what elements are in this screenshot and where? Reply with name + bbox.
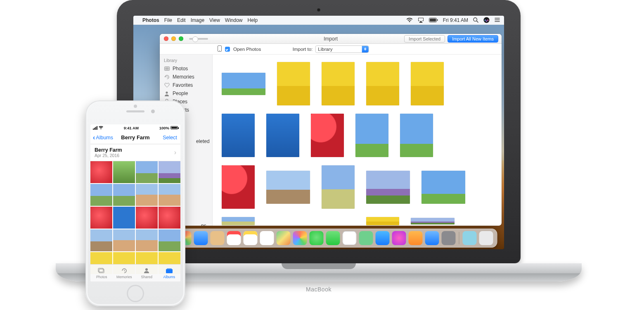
photos-icon [164,66,170,72]
photo-thumbnail[interactable] [322,165,355,209]
dock-pages-icon[interactable] [343,231,357,245]
siri-icon[interactable] [483,17,490,23]
fullscreen-button[interactable] [179,36,183,41]
photo-thumbnail[interactable] [159,184,180,206]
photo-thumbnail[interactable] [355,114,388,157]
dock-notes-icon[interactable] [244,231,258,245]
menu-view[interactable]: View [209,17,220,23]
sidebar-item-label: Memories [173,74,194,80]
traffic-lights [160,36,183,41]
minimize-button[interactable] [171,36,176,41]
photo-thumbnail[interactable] [136,207,158,229]
tab-shared[interactable]: Shared [135,265,158,281]
photo-thumbnail[interactable] [222,217,255,225]
sidebar-item-favorites[interactable]: Favorites [160,81,212,89]
tab-memories[interactable]: Memories [113,265,136,281]
photo-thumbnail[interactable] [277,62,310,105]
home-button[interactable] [127,285,144,302]
album-header-row[interactable]: Berry Farm Apr 25, 2016 › [90,144,180,161]
import-grid[interactable] [213,55,502,226]
svg-rect-1 [430,19,436,21]
dock-keynote-icon[interactable] [376,231,390,245]
menu-edit[interactable]: Edit [177,17,186,23]
wifi-icon[interactable] [406,18,413,23]
photo-thumbnail[interactable] [113,207,135,229]
spotlight-icon[interactable] [473,17,478,23]
dock-facetime-icon[interactable] [326,231,340,245]
photo-thumbnail[interactable] [266,171,310,204]
photo-thumbnail[interactable] [159,207,180,229]
photo-thumbnail[interactable] [411,218,455,224]
photo-thumbnail[interactable] [322,62,355,105]
photo-thumbnail[interactable] [113,184,135,206]
dock-messages-icon[interactable] [310,231,324,245]
import-to-value: Library [318,47,332,52]
open-photos-checkbox[interactable] [225,47,230,52]
close-button[interactable] [164,36,168,41]
import-to-select[interactable]: Library [315,45,369,53]
sidebar-item-people[interactable]: People [160,89,212,98]
clock-memories-icon [164,74,170,80]
photo-thumbnail[interactable] [366,217,399,225]
photo-thumbnail[interactable] [411,62,444,105]
photo-thumbnail[interactable] [366,171,410,204]
dock-calendar-icon[interactable] [227,231,241,245]
app-menu[interactable]: Photos [142,17,159,23]
sidebar-item-label: Photos [173,66,188,72]
iphone-device: 9:41 AM 100% ‹ Albums Berry Farm Select … [85,100,185,306]
notification-center-icon[interactable] [495,18,500,23]
sidebar-item-photos[interactable]: Photos [160,64,212,73]
dock-ibooks-icon[interactable] [409,231,423,245]
photo-thumbnail[interactable] [222,73,265,95]
photo-thumbnail[interactable] [159,161,180,183]
tab-albums[interactable]: Albums [158,265,181,281]
dock-maps-icon[interactable] [277,231,291,245]
dock-trash-icon[interactable] [479,231,493,245]
photo-thumbnail[interactable] [222,165,255,209]
photo-thumbnail[interactable] [136,161,158,183]
photo-thumbnail[interactable] [159,229,180,251]
airplay-icon[interactable] [418,18,424,23]
dock-appstore-icon[interactable] [425,231,439,245]
select-button[interactable]: Select [163,135,177,141]
photo-thumbnail[interactable] [400,114,433,157]
dock-itunes-icon[interactable] [392,231,406,245]
dock-mail-icon[interactable] [194,231,208,245]
shared-tab-icon [142,267,151,274]
dock-photos-icon[interactable] [293,231,307,245]
dock-system-prefs-icon[interactable] [442,231,456,245]
photo-thumbnail[interactable] [90,207,112,229]
photo-thumbnail[interactable] [266,114,299,157]
tab-photos[interactable]: Photos [90,265,113,281]
window-titlebar[interactable]: Import Import Selected Import All New It… [160,34,502,44]
sidebar-item-memories[interactable]: Memories [160,73,212,81]
photo-thumbnail[interactable] [222,114,255,157]
photo-thumbnail[interactable] [136,184,158,206]
photo-thumbnail[interactable] [90,184,112,206]
photo-thumbnail[interactable] [311,114,344,157]
dock-downloads-icon[interactable] [463,231,477,245]
menu-bar: Photos File Edit Image View Window Help [133,16,504,25]
photo-thumbnail[interactable] [113,229,135,251]
photo-thumbnail[interactable] [136,229,158,251]
menu-image[interactable]: Image [191,17,204,23]
photo-thumbnail[interactable] [113,161,135,183]
photo-thumbnail[interactable] [90,161,112,183]
menu-window[interactable]: Window [225,17,243,23]
dock-numbers-icon[interactable] [359,231,373,245]
menu-file[interactable]: File [164,17,172,23]
back-button[interactable]: ‹ Albums [93,134,113,141]
photo-thumbnail[interactable] [421,171,465,204]
menu-help[interactable]: Help [248,17,258,23]
photo-grid[interactable] [90,161,180,274]
import-all-new-button[interactable]: Import All New Items [447,35,498,43]
menubar-clock[interactable]: Fri 9:41 AM [443,17,468,23]
photo-thumbnail[interactable] [366,62,399,105]
dock-contacts-icon[interactable] [211,231,225,245]
back-label: Albums [96,135,113,141]
photo-thumbnail[interactable] [90,229,112,251]
import-selected-button[interactable]: Import Selected [404,35,445,43]
thumbnail-zoom-slider[interactable] [189,38,208,40]
dock-reminders-icon[interactable] [260,231,274,245]
battery-icon[interactable] [429,18,438,22]
